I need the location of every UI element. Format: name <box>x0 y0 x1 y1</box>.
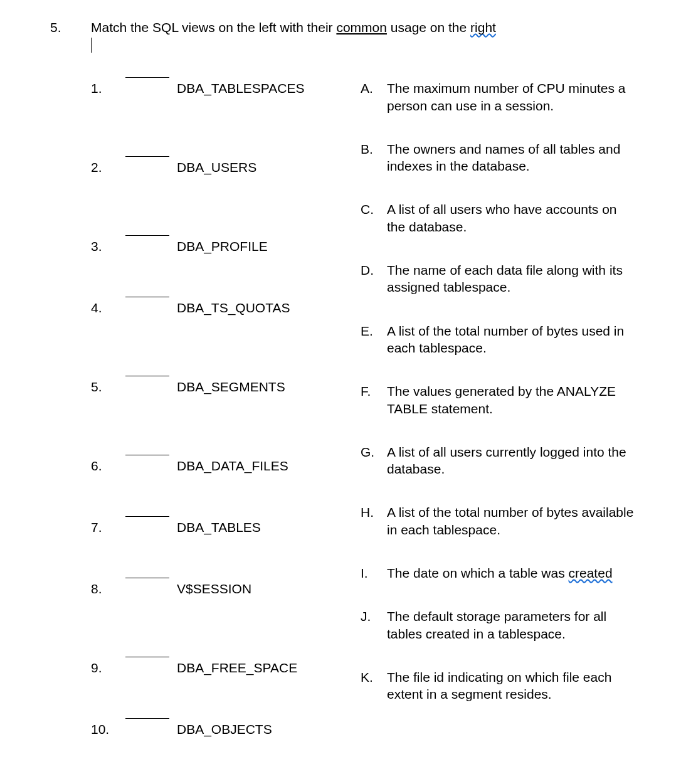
right-item-letter: D. <box>361 262 387 278</box>
text-cursor-wrap <box>91 36 92 53</box>
left-item-number: 5. <box>91 378 125 395</box>
right-item: K.The file id indicating on which file e… <box>361 669 643 703</box>
left-item-number: 7. <box>91 519 125 536</box>
right-item-letter: C. <box>361 201 387 218</box>
left-item-number: 2. <box>91 159 125 176</box>
right-item: G.A list of all users currently logged i… <box>361 443 643 478</box>
answer-blank[interactable] <box>125 156 169 157</box>
qtext-underline-right: right <box>470 20 496 34</box>
left-item: 10.DBA_OBJECTS <box>91 721 361 739</box>
answer-blank[interactable] <box>125 578 169 578</box>
right-item-description: The name of each data file along with it… <box>387 262 643 296</box>
right-item-letter: H. <box>361 504 387 521</box>
left-item-number: 9. <box>91 659 125 676</box>
left-item: 3.DBA_PROFILE <box>91 238 361 257</box>
left-item: 4.DBA_TS_QUOTAS <box>91 299 361 318</box>
answer-blank[interactable] <box>125 516 169 517</box>
right-item-description: The default storage parameters for all t… <box>387 608 643 642</box>
left-item: 5.DBA_SEGMENTS <box>91 378 361 397</box>
answer-blank[interactable] <box>125 657 169 657</box>
qtext-pre: Match the SQL views on the left with the… <box>91 20 336 34</box>
right-item-letter: I. <box>361 564 387 581</box>
left-item: 1.DBA_TABLESPACES <box>91 80 361 98</box>
right-item: A.The maximum number of CPU minutes a pe… <box>361 80 643 114</box>
right-item: I.The date on which a table was created <box>361 564 643 581</box>
right-item-letter: K. <box>361 669 387 686</box>
left-item: 8.V$SESSION <box>91 580 361 599</box>
sql-view-name: DBA_USERS <box>177 159 361 176</box>
right-item-description: The date on which a table was created <box>387 564 643 581</box>
sql-view-name: DBA_TABLES <box>177 519 361 536</box>
right-item: B.The owners and names of all tables and… <box>361 140 643 175</box>
answer-blank[interactable] <box>125 297 169 297</box>
right-item-description: A list of the total number of bytes avai… <box>387 504 643 538</box>
question-text: Match the SQL views on the left with the… <box>91 19 643 36</box>
right-item-letter: E. <box>361 322 387 339</box>
right-item-letter: G. <box>361 443 387 460</box>
right-item-description: The owners and names of all tables and i… <box>387 140 643 175</box>
sql-view-name: DBA_FREE_SPACE <box>177 659 361 676</box>
left-item-number: 4. <box>91 299 125 316</box>
right-item-description: The maximum number of CPU minutes a pers… <box>387 80 643 114</box>
answer-blank[interactable] <box>125 455 169 455</box>
question-row: 5. Match the SQL views on the left with … <box>50 19 643 36</box>
question-number: 5. <box>50 19 91 36</box>
desc-spellcheck-word: created <box>569 566 613 580</box>
answer-blank[interactable] <box>125 235 169 236</box>
right-item-description: A list of all users who have accounts on… <box>387 201 643 235</box>
right-item: F.The values generated by the ANALYZE TA… <box>361 383 643 417</box>
right-item-description: A list of all users currently logged int… <box>387 443 643 478</box>
right-item-letter: A. <box>361 80 387 97</box>
answer-blank[interactable] <box>125 376 169 376</box>
qtext-underline-common: common <box>336 20 387 34</box>
right-item-letter: B. <box>361 140 387 157</box>
sql-view-name: DBA_OBJECTS <box>177 721 361 738</box>
sql-view-name: DBA_PROFILE <box>177 238 361 255</box>
right-item: D.The name of each data file along with … <box>361 262 643 296</box>
left-item-number: 10. <box>91 721 125 738</box>
right-column: A.The maximum number of CPU minutes a pe… <box>361 80 643 784</box>
right-item-description: The file id indicating on which file eac… <box>387 669 643 703</box>
right-item: E.A list of the total number of bytes us… <box>361 322 643 357</box>
right-item: H.A list of the total number of bytes av… <box>361 504 643 538</box>
matching-columns: 1.DBA_TABLESPACES2.DBA_USERS3.DBA_PROFIL… <box>91 80 643 784</box>
right-item-letter: F. <box>361 383 387 400</box>
right-item: C.A list of all users who have accounts … <box>361 201 643 235</box>
desc-text: The date on which a table was <box>387 566 569 580</box>
left-item: 6.DBA_DATA_FILES <box>91 457 361 476</box>
sql-view-name: DBA_DATA_FILES <box>177 457 361 474</box>
right-item: J.The default storage parameters for all… <box>361 608 643 642</box>
left-item-number: 3. <box>91 238 125 255</box>
left-item: 7.DBA_TABLES <box>91 519 361 538</box>
sql-view-name: DBA_SEGMENTS <box>177 378 361 395</box>
left-item: 2.DBA_USERS <box>91 159 361 177</box>
answer-blank[interactable] <box>125 77 169 78</box>
qtext-mid: usage on the <box>387 20 470 34</box>
left-item-number: 8. <box>91 580 125 597</box>
answer-blank[interactable] <box>125 718 169 719</box>
right-item-description: The values generated by the ANALYZE TABL… <box>387 383 643 417</box>
sql-view-name: V$SESSION <box>177 580 361 597</box>
left-item: 9.DBA_FREE_SPACE <box>91 659 361 678</box>
sql-view-name: DBA_TS_QUOTAS <box>177 299 361 316</box>
sql-view-name: DBA_TABLESPACES <box>177 80 361 97</box>
left-item-number: 6. <box>91 457 125 474</box>
text-cursor-icon <box>91 38 92 53</box>
left-column: 1.DBA_TABLESPACES2.DBA_USERS3.DBA_PROFIL… <box>91 80 361 784</box>
right-item-letter: J. <box>361 608 387 625</box>
left-item-number: 1. <box>91 80 125 97</box>
right-item-description: A list of the total number of bytes used… <box>387 322 643 357</box>
